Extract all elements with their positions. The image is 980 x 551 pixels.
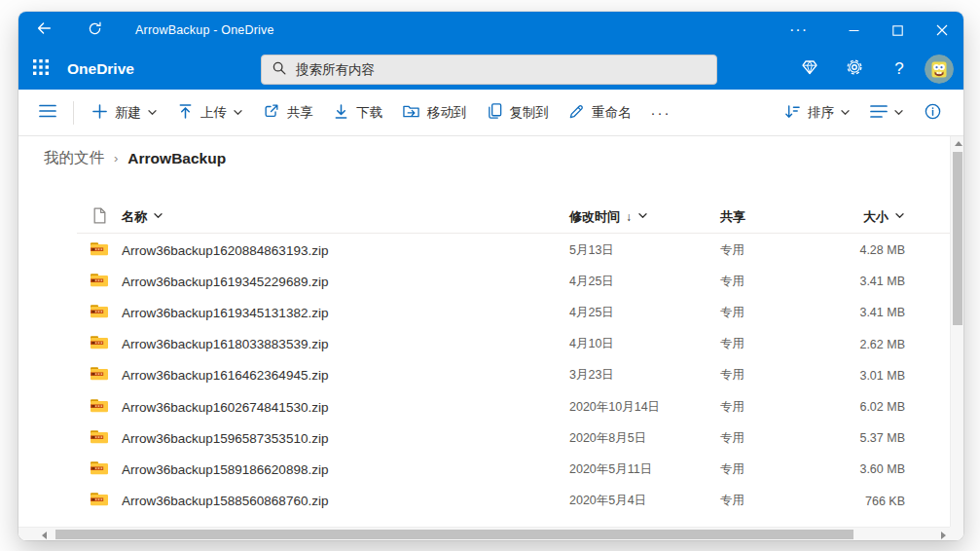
new-label: 新建 — [115, 104, 141, 122]
sort-descending-indicator: ↓ — [626, 210, 632, 224]
file-sharing-status: 专用 — [720, 336, 837, 352]
app-header: OneDrive 搜索所有内容 ? — [18, 49, 963, 90]
move-to-button[interactable]: 移动到 — [392, 96, 477, 129]
file-modified-date: 5月13日 — [569, 242, 720, 259]
file-name[interactable]: Arrow36backup1619345131382.zip — [122, 306, 569, 320]
new-button[interactable]: 新建 — [82, 96, 167, 129]
upload-label: 上传 — [200, 104, 227, 122]
close-icon — [936, 22, 948, 39]
search-placeholder: 搜索所有内容 — [296, 61, 375, 79]
file-modified-date: 3月23日 — [569, 367, 720, 384]
titlebar-more-button[interactable]: ··· — [777, 12, 820, 49]
file-modified-date: 4月25日 — [569, 274, 720, 290]
table-row[interactable]: Arrow36backup1588560868760.zip 2020年5月4日… — [77, 486, 950, 517]
horizontal-scrollbar-thumb[interactable] — [55, 530, 853, 539]
download-button[interactable]: 下载 — [323, 96, 392, 129]
premium-button[interactable] — [790, 49, 829, 90]
scroll-left-arrow-icon[interactable] — [42, 532, 47, 539]
table-row[interactable]: Arrow36backup1596587353510.zip 2020年8月5日… — [77, 422, 950, 454]
vertical-scrollbar[interactable] — [950, 136, 963, 540]
search-input[interactable]: 搜索所有内容 — [261, 55, 717, 85]
file-sharing-status: 专用 — [720, 305, 837, 321]
refresh-button[interactable] — [77, 12, 112, 49]
file-name[interactable]: Arrow36backup1618033883539.zip — [122, 337, 569, 351]
maximize-icon — [892, 22, 903, 39]
sort-button[interactable]: 排序 — [774, 96, 860, 129]
file-modified-date: 4月10日 — [569, 336, 720, 352]
file-name[interactable]: Arrow36backup1596587353510.zip — [122, 431, 569, 446]
document-icon — [92, 207, 107, 227]
list-view-icon — [870, 104, 888, 122]
app-launcher-button[interactable] — [18, 49, 63, 90]
share-icon — [263, 102, 280, 123]
file-sharing-status: 专用 — [720, 274, 837, 290]
copy-to-icon — [487, 102, 503, 123]
menu-toggle-button[interactable] — [30, 96, 65, 129]
table-row[interactable]: Arrow36backup1589186620898.zip 2020年5月11… — [77, 454, 950, 485]
zip-folder-icon — [90, 335, 109, 353]
table-row[interactable]: Arrow36backup1619345229689.zip 4月25日 专用 … — [77, 266, 950, 297]
file-name[interactable]: Arrow36backup1602674841530.zip — [122, 400, 569, 415]
toolbar-divider — [73, 101, 74, 125]
table-row[interactable]: Arrow36backup1619345131382.zip 4月25日 专用 … — [77, 297, 950, 328]
zip-folder-icon — [90, 366, 109, 385]
file-size: 3.01 MB — [837, 369, 905, 383]
file-list: Arrow36backup1620884863193.zip 5月13日 专用 … — [18, 235, 950, 517]
file-size: 6.02 MB — [837, 400, 905, 414]
file-size: 3.41 MB — [837, 275, 905, 288]
zip-folder-icon — [90, 492, 109, 510]
file-name[interactable]: Arrow36backup1616462364945.zip — [122, 368, 569, 383]
back-button[interactable] — [26, 12, 61, 49]
title-bar: ArrowBackup - OneDrive ··· — [18, 12, 963, 49]
details-pane-button[interactable] — [914, 96, 952, 129]
file-sharing-status: 专用 — [720, 367, 837, 384]
size-column-header[interactable]: 大小 — [837, 208, 905, 226]
scroll-right-arrow-icon[interactable] — [941, 532, 946, 539]
view-options-button[interactable] — [860, 96, 914, 129]
copy-to-label: 复制到 — [510, 104, 550, 122]
download-label: 下载 — [356, 104, 382, 122]
file-size: 766 KB — [837, 495, 905, 508]
sort-label: 排序 — [808, 104, 834, 122]
upload-icon — [177, 103, 194, 123]
toolbar-overflow-button[interactable]: ··· — [641, 104, 681, 121]
file-sharing-status: 专用 — [720, 461, 837, 478]
table-row[interactable]: Arrow36backup1620884863193.zip 5月13日 专用 … — [77, 235, 950, 266]
settings-button[interactable] — [835, 49, 874, 90]
sort-icon — [783, 103, 801, 123]
maximize-button[interactable] — [876, 12, 920, 49]
file-modified-date: 2020年10月14日 — [569, 399, 720, 416]
table-row[interactable]: Arrow36backup1602674841530.zip 2020年10月1… — [77, 391, 950, 422]
shared-column-header[interactable]: 共享 — [720, 208, 837, 226]
file-name[interactable]: Arrow36backup1619345229689.zip — [122, 275, 569, 289]
copy-to-button[interactable]: 复制到 — [477, 96, 560, 129]
close-button[interactable] — [920, 12, 963, 49]
share-button[interactable]: 共享 — [253, 96, 323, 129]
name-column-type-header[interactable] — [77, 207, 122, 227]
app-name[interactable]: OneDrive — [67, 60, 134, 78]
avatar[interactable] — [925, 55, 954, 84]
upload-button[interactable]: 上传 — [167, 96, 253, 129]
name-column-header[interactable]: 名称 — [122, 208, 569, 226]
modified-column-header[interactable]: 修改时间 ↓ — [569, 208, 720, 226]
help-button[interactable]: ? — [880, 49, 919, 90]
zip-folder-icon — [90, 273, 109, 291]
file-name[interactable]: Arrow36backup1620884863193.zip — [122, 243, 569, 258]
file-sharing-status: 专用 — [720, 493, 837, 509]
breadcrumb-parent[interactable]: 我的文件 — [44, 148, 104, 168]
chevron-down-icon — [153, 209, 163, 224]
horizontal-scrollbar[interactable] — [18, 527, 950, 540]
file-name[interactable]: Arrow36backup1589186620898.zip — [122, 462, 569, 477]
table-row[interactable]: Arrow36backup1616462364945.zip 3月23日 专用 … — [77, 360, 950, 391]
table-row[interactable]: Arrow36backup1618033883539.zip 4月10日 专用 … — [77, 329, 950, 360]
rename-button[interactable]: 重命名 — [559, 96, 641, 129]
file-size: 3.60 MB — [837, 462, 905, 476]
back-icon — [35, 19, 53, 41]
zip-folder-icon — [90, 398, 109, 417]
info-icon — [924, 102, 942, 124]
vertical-scrollbar-thumb[interactable] — [953, 152, 962, 325]
scroll-up-arrow-icon[interactable] — [955, 141, 962, 146]
move-to-icon — [402, 103, 420, 123]
file-name[interactable]: Arrow36backup1588560868760.zip — [122, 494, 569, 508]
minimize-button[interactable] — [832, 12, 876, 49]
